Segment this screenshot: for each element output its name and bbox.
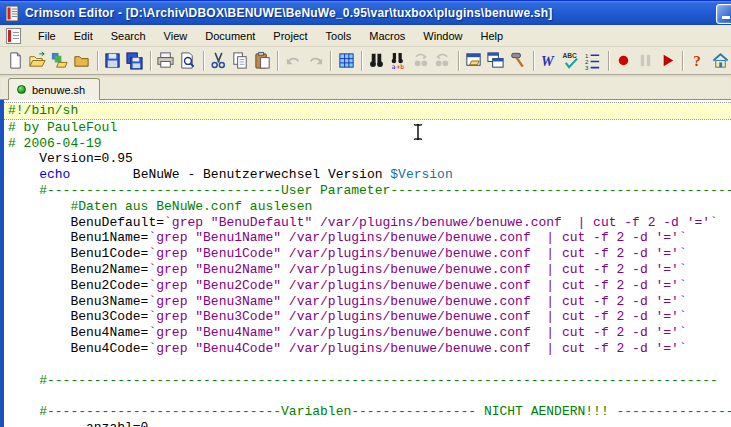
menu-document[interactable]: Document [196, 27, 264, 45]
token-plain: anzahl=0 [8, 420, 148, 427]
save-button[interactable] [102, 49, 124, 73]
find-button[interactable] [366, 49, 388, 73]
token-comment: #---------------------------------------… [8, 373, 718, 388]
menu-window[interactable]: Window [414, 27, 471, 45]
code-line[interactable]: Benu2Name=`grep "Benu2Name" /var/plugins… [8, 262, 731, 278]
copy-button[interactable] [229, 49, 251, 73]
redo-button [304, 49, 326, 73]
question-mark-icon: ? [689, 51, 708, 70]
code-line[interactable]: #------------------------------User Para… [8, 183, 731, 199]
menu-bar: FileEditSearchViewDocumentProjectToolsMa… [0, 25, 731, 47]
code-line[interactable]: Version=0.95 [8, 151, 731, 167]
crimson-editor-window: Crimson Editor - [D:\Archiv\DBOX\BENUWE\… [0, 0, 731, 427]
open-file-button[interactable] [27, 49, 49, 73]
document-icon[interactable] [6, 28, 21, 44]
line-numbers-button[interactable]: 123 [582, 49, 604, 73]
print-button[interactable] [155, 49, 177, 73]
toolbar-separator [608, 51, 609, 71]
code-line[interactable]: Benu4Name=`grep "Benu4Name" /var/plugins… [8, 325, 731, 341]
code-line[interactable]: anzahl=0 [8, 420, 731, 427]
spell-check-button[interactable]: ABC [560, 49, 582, 73]
toolbar-separator [361, 51, 362, 71]
help-button[interactable]: ? [687, 49, 709, 73]
token-plain: Benu4Code= [8, 341, 148, 356]
code-line[interactable]: #------------------------------Variablen… [8, 404, 731, 420]
user-tools-button[interactable] [507, 49, 529, 73]
window-folder-icon [464, 51, 483, 70]
token-plain: Benu2Code= [8, 278, 148, 293]
menu-view[interactable]: View [155, 27, 197, 45]
code-line[interactable] [8, 388, 731, 404]
menu-file[interactable]: File [29, 27, 65, 45]
remote-folder-icon [50, 51, 69, 70]
toolbar-separator [203, 51, 204, 71]
token-plain [8, 167, 39, 182]
tab-label: benuwe.sh [32, 84, 85, 96]
undo-arrow-icon [284, 51, 303, 70]
code-line[interactable]: Benu3Name=`grep "Benu3Name" /var/plugins… [8, 294, 731, 310]
find-next-button [410, 49, 432, 73]
scissors-icon [209, 51, 228, 70]
code-line[interactable]: Benu1Code=`grep "Benu1Code" /var/plugins… [8, 246, 731, 262]
open-folder-icon [28, 51, 47, 70]
word-wrap-button[interactable]: W [538, 49, 560, 73]
menu-tools[interactable]: Tools [317, 27, 361, 45]
tab-benuwe-sh[interactable]: benuwe.sh [8, 78, 100, 100]
cut-button[interactable] [207, 49, 229, 73]
menu-edit[interactable]: Edit [65, 27, 102, 45]
app-icon [4, 5, 21, 22]
play-triangle-icon [658, 51, 677, 70]
menu-macros[interactable]: Macros [360, 27, 414, 45]
token-plain: Benu1Code= [8, 246, 148, 261]
printer-icon [156, 51, 175, 70]
token-string: `grep "Benu2Name" /var/plugins/benuwe/be… [148, 262, 686, 277]
macro-record-button[interactable] [612, 49, 634, 73]
toggle-grid-button[interactable] [335, 49, 357, 73]
toolbar-separator [330, 51, 331, 71]
code-line[interactable]: Benu1Name=`grep "Benu1Name" /var/plugins… [8, 230, 731, 246]
toolbar-separator [97, 51, 98, 71]
replace-button[interactable]: a+b [388, 49, 410, 73]
code-line[interactable]: echo BeNuWe - Benutzerwechsel Version $V… [8, 167, 731, 183]
wrap-w-icon: W [539, 51, 558, 70]
token-string: `grep "Benu4Name" /var/plugins/benuwe/be… [148, 325, 686, 340]
menu-project[interactable]: Project [264, 27, 316, 45]
macro-play-button[interactable] [656, 49, 678, 73]
tab-bar: benuwe.sh [0, 75, 731, 100]
project-window-button[interactable] [463, 49, 485, 73]
print-preview-button[interactable] [177, 49, 199, 73]
redo-arrow-icon [306, 51, 325, 70]
token-string: `grep "Benu1Code" /var/plugins/benuwe/be… [148, 246, 686, 261]
menu-search[interactable]: Search [102, 27, 155, 45]
code-line[interactable]: #---------------------------------------… [8, 373, 731, 389]
code-line[interactable]: # 2006-04-19 [8, 136, 731, 152]
menu-help[interactable]: Help [471, 27, 512, 45]
toolbar-separator [277, 51, 278, 71]
code-line[interactable]: BenuDefault=`grep "BenuDefault" /var/plu… [8, 215, 731, 231]
code-line-current[interactable]: #!/bin/sh [4, 102, 731, 120]
file-status-icon [17, 85, 26, 94]
new-file-button[interactable] [5, 49, 27, 73]
code-line[interactable]: #Daten aus BeNuWe.conf auslesen [8, 199, 731, 215]
token-string: `grep "Benu3Code" /var/plugins/benuwe/be… [148, 309, 686, 324]
token-comment: #------------------------------Variablen… [8, 404, 731, 419]
paste-button[interactable] [251, 49, 273, 73]
open-remote-button[interactable] [49, 49, 71, 73]
token-comment: # by PauleFoul [8, 120, 117, 135]
macro-pause-button [634, 49, 656, 73]
save-all-button[interactable] [124, 49, 146, 73]
close-file-button[interactable] [71, 49, 93, 73]
window-title: Crimson Editor - [D:\Archiv\DBOX\BENUWE\… [25, 6, 552, 20]
menu-items: FileEditSearchViewDocumentProjectToolsMa… [29, 27, 512, 45]
code-line[interactable]: Benu2Code=`grep "Benu2Code" /var/plugins… [8, 278, 731, 294]
home-button[interactable] [709, 49, 731, 73]
code-line[interactable]: Benu3Code=`grep "Benu3Code" /var/plugins… [8, 309, 731, 325]
abc-check-icon: ABC [561, 51, 580, 70]
code-line[interactable]: Benu4Code=`grep "Benu4Code" /var/plugins… [8, 341, 731, 357]
code-line[interactable] [8, 357, 731, 373]
clone-window-button[interactable] [485, 49, 507, 73]
minimize-button[interactable] [716, 4, 731, 24]
code-editor[interactable]: #!/bin/sh# by PauleFoul# 2006-04-19 Vers… [0, 100, 731, 427]
toolbar-separator [533, 51, 534, 71]
code-line[interactable]: # by PauleFoul [8, 120, 731, 136]
